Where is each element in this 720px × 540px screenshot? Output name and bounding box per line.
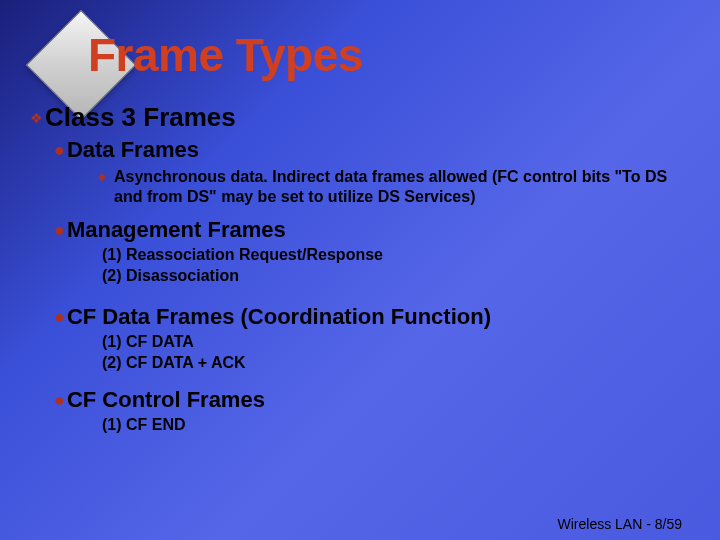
section-label: Data Frames xyxy=(67,137,199,163)
section-label: CF Data Frames (Coordination Function) xyxy=(67,304,491,330)
section-cf-data: ● CF Data Frames (Coordination Function) xyxy=(54,304,690,330)
slide-title: Frame Types xyxy=(88,28,363,82)
list-item: (1) CF END xyxy=(102,415,690,435)
class-heading-row: ❖ Class 3 Frames xyxy=(30,102,690,133)
section-label: CF Control Frames xyxy=(67,387,265,413)
slide-content: ❖ Class 3 Frames ● Data Frames ◆ Asynchr… xyxy=(30,102,690,435)
list-item: (1) Reassociation Request/Response xyxy=(102,245,690,265)
section-cf-control: ● CF Control Frames xyxy=(54,387,690,413)
circle-bullet-icon: ● xyxy=(54,221,65,239)
class-heading-text: Class 3 Frames xyxy=(45,102,236,133)
circle-bullet-icon: ● xyxy=(54,141,65,159)
circle-bullet-icon: ● xyxy=(54,391,65,409)
data-frames-sub-text: Asynchronous data. Indirect data frames … xyxy=(114,167,674,207)
data-frames-sub: ◆ Asynchronous data. Indirect data frame… xyxy=(98,167,690,207)
small-diamond-bullet-icon: ◆ xyxy=(98,171,106,182)
diamond-bullet-icon: ❖ xyxy=(30,110,43,126)
slide-footer: Wireless LAN - 8/59 xyxy=(558,516,682,532)
list-item: (2) Disassociation xyxy=(102,266,690,286)
section-data-frames: ● Data Frames xyxy=(54,137,690,163)
section-mgmt-frames: ● Management Frames xyxy=(54,217,690,243)
list-item: (2) CF DATA + ACK xyxy=(102,353,690,373)
circle-bullet-icon: ● xyxy=(54,308,65,326)
list-item: (1) CF DATA xyxy=(102,332,690,352)
section-label: Management Frames xyxy=(67,217,286,243)
